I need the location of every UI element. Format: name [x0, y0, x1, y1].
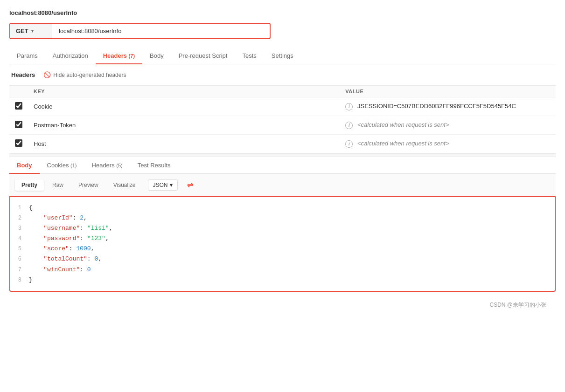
headers-section: Headers 🚫 Hide auto-generated headers KE…: [9, 64, 556, 153]
response-section: Body Cookies (1) Headers (5) Test Result…: [9, 157, 556, 292]
checkbox-postman-token[interactable]: [15, 121, 22, 128]
tab-params[interactable]: Params: [9, 48, 45, 64]
eye-slash-icon: 🚫: [43, 71, 51, 78]
page-wrapper: localhost:8080/userInfo GET ▾ Params Aut…: [0, 0, 565, 323]
response-tabs: Body Cookies (1) Headers (5) Test Result…: [9, 157, 556, 174]
code-line-4: 4 "password": "123",: [10, 234, 555, 244]
url-title: localhost:8080/userInfo: [9, 9, 556, 16]
value-cookie: i JSESSIONID=C507BEDD60B2FF996FCCF5F5D54…: [340, 97, 556, 116]
tab-pre-request-script[interactable]: Pre-request Script: [171, 48, 235, 64]
json-format-label: JSON: [153, 182, 168, 188]
wrap-lines-btn[interactable]: ⇌: [183, 179, 197, 191]
col-key: KEY: [28, 86, 340, 97]
headers-table: KEY VALUE Cookie i JSESSIONID=C507BEDD60…: [9, 85, 556, 153]
tab-authorization[interactable]: Authorization: [45, 48, 96, 64]
checkbox-cell-host[interactable]: [9, 135, 28, 153]
response-tab-cookies[interactable]: Cookies (1): [40, 157, 84, 173]
checkbox-cell-cookie[interactable]: [9, 97, 28, 116]
url-input[interactable]: [52, 24, 270, 38]
checkbox-cookie[interactable]: [15, 102, 22, 110]
code-line-5: 5 "score": 1000,: [10, 244, 555, 254]
checkbox-cell-postman-token[interactable]: [9, 116, 28, 135]
chevron-down-json-icon: ▾: [170, 182, 173, 188]
checkbox-host[interactable]: [15, 139, 22, 147]
response-tab-headers[interactable]: Headers (5): [84, 157, 130, 173]
key-postman-token: Postman-Token: [28, 116, 340, 135]
info-icon-postman-token[interactable]: i: [345, 122, 353, 129]
code-line-3: 3 "username": "lisi",: [10, 223, 555, 234]
response-code-block: 1 { 2 "userId": 2, 3 "username": "lisi",…: [9, 196, 556, 292]
headers-table-head-row: KEY VALUE: [9, 86, 556, 97]
format-preview-btn[interactable]: Preview: [72, 179, 105, 191]
key-cookie: Cookie: [28, 97, 340, 116]
watermark: CSDN @来学习的小张: [9, 292, 556, 314]
info-icon-cookie[interactable]: i: [345, 103, 353, 110]
value-host: i <calculated when request is sent>: [340, 135, 556, 153]
format-pretty-btn[interactable]: Pretty: [15, 179, 44, 191]
tab-tests[interactable]: Tests: [235, 48, 264, 64]
code-line-1: 1 {: [10, 203, 555, 213]
code-line-2: 2 "userId": 2,: [10, 213, 555, 223]
response-tab-body[interactable]: Body: [9, 157, 40, 173]
code-line-6: 6 "totalCount": 0,: [10, 254, 555, 264]
header-row-postman-token: Postman-Token i <calculated when request…: [9, 116, 556, 135]
response-toolbar: Pretty Raw Preview Visualize JSON ▾ ⇌: [9, 174, 556, 196]
response-tab-test-results[interactable]: Test Results: [130, 157, 178, 173]
key-host: Host: [28, 135, 340, 153]
request-bar: GET ▾: [9, 23, 271, 39]
method-text: GET: [16, 28, 28, 34]
code-line-7: 7 "winCount": 0: [10, 265, 555, 275]
tab-settings[interactable]: Settings: [264, 48, 301, 64]
request-tabs: Params Authorization Headers (7) Body Pr…: [9, 48, 556, 64]
tab-body[interactable]: Body: [142, 48, 171, 64]
value-postman-token: i <calculated when request is sent>: [340, 116, 556, 135]
json-format-select[interactable]: JSON ▾: [148, 179, 178, 191]
headers-label: Headers: [11, 71, 35, 78]
col-value: VALUE: [340, 86, 556, 97]
tab-headers[interactable]: Headers (7): [96, 48, 142, 64]
method-select[interactable]: GET ▾: [10, 24, 52, 38]
info-icon-host[interactable]: i: [345, 140, 353, 148]
section-divider: [9, 153, 556, 157]
header-row-cookie: Cookie i JSESSIONID=C507BEDD60B2FF996FCC…: [9, 97, 556, 116]
code-line-8: 8 }: [10, 275, 555, 285]
chevron-down-icon: ▾: [31, 28, 34, 34]
header-row-host: Host i <calculated when request is sent>: [9, 135, 556, 153]
hide-auto-generated-btn[interactable]: 🚫 Hide auto-generated headers: [40, 70, 130, 80]
format-raw-btn[interactable]: Raw: [46, 179, 70, 191]
format-visualize-btn[interactable]: Visualize: [107, 179, 142, 191]
col-checkbox: [9, 86, 28, 97]
headers-toolbar: Headers 🚫 Hide auto-generated headers: [9, 70, 556, 80]
